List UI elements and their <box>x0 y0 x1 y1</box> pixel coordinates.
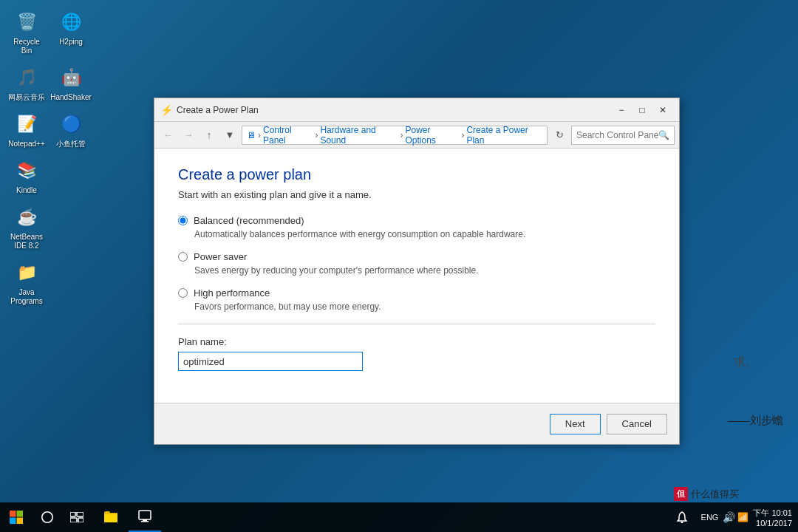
page-subtitle: Start with an existing plan and give it … <box>178 189 655 200</box>
window-content: Create a power plan Start with an existi… <box>154 149 679 403</box>
svg-rect-0 <box>10 511 16 517</box>
svg-rect-3 <box>17 518 24 525</box>
window-titlebar: ⚡ Create a Power Plan − □ ✕ <box>154 98 679 122</box>
search-taskbar-button[interactable] <box>33 502 62 532</box>
window-controls: − □ ✕ <box>611 100 673 120</box>
svg-rect-5 <box>70 512 75 516</box>
taskbar-clock[interactable]: 下午 10:01 10/1/2017 <box>753 508 792 528</box>
svg-rect-10 <box>139 511 151 519</box>
watermark: 但 什么值得买 <box>674 487 739 501</box>
breadcrumb[interactable]: 🖥 › Control Panel › Hardware and Sound ›… <box>242 126 548 145</box>
svg-rect-6 <box>77 512 83 516</box>
next-button[interactable]: Next <box>550 414 601 434</box>
desktop-icon-netbeans[interactable]: ☕ NetBeans IDE 8.2 <box>6 201 47 253</box>
volume-icon[interactable]: 🔊 <box>723 511 735 523</box>
monitor-icon <box>137 509 152 524</box>
plan-option-highperf-desc: Favors performance, but may use more ene… <box>194 301 655 312</box>
breadcrumb-control-panel[interactable]: Control Panel <box>263 125 313 146</box>
breadcrumb-power-options[interactable]: Power Options <box>405 125 459 146</box>
plan-name-section: Plan name: <box>178 336 655 371</box>
task-view-button[interactable] <box>62 502 92 532</box>
annotation-text2: ——刘步蟾 <box>728 414 783 428</box>
watermark-site: 什么值得买 <box>691 488 739 501</box>
taskbar-control-panel[interactable] <box>129 502 161 532</box>
window-icon: ⚡ <box>160 104 172 116</box>
plan-option-powersaver-label[interactable]: Power saver <box>178 251 655 262</box>
task-view-icon <box>70 512 83 522</box>
svg-rect-11 <box>143 519 147 521</box>
plan-name-input[interactable] <box>178 352 363 371</box>
search-box[interactable]: 🔍 <box>571 126 675 145</box>
taskbar: ENG 🔊 📶 下午 10:01 10/1/2017 <box>0 502 798 532</box>
maximize-button[interactable]: □ <box>632 100 652 120</box>
up-button[interactable]: ↑ <box>200 126 218 144</box>
desktop-icon-h2ping[interactable]: 🌐 H2ping <box>50 6 92 58</box>
cancel-button[interactable]: Cancel <box>607 414 667 434</box>
desktop: 🗑️ Recycle Bin 🌐 H2ping 🎵 网易云音乐 🤖 HandSh… <box>0 0 798 532</box>
refresh-button[interactable]: ↻ <box>550 126 568 144</box>
back-button[interactable]: ← <box>159 126 177 144</box>
plan-name-label: Plan name: <box>178 336 655 347</box>
svg-rect-9 <box>104 514 117 522</box>
radio-powersaver[interactable] <box>178 252 188 262</box>
address-bar: ← → ↑ ▼ 🖥 › Control Panel › Hardware and… <box>154 122 679 149</box>
network-icon[interactable]: 📶 <box>737 512 748 522</box>
window-title: Create a Power Plan <box>177 105 611 115</box>
desktop-icon-xiaoyutuo[interactable]: 🔵 小鱼托管 <box>50 108 92 151</box>
svg-rect-7 <box>70 518 77 522</box>
forward-button[interactable]: → <box>180 126 197 144</box>
radio-highperf[interactable] <box>178 288 188 298</box>
folder-icon <box>103 510 118 523</box>
plan-option-powersaver: Power saver Saves energy by reducing you… <box>178 251 655 276</box>
notification-icon <box>677 511 687 523</box>
desktop-icon-kindle[interactable]: 📚 Kindle <box>6 154 47 198</box>
breadcrumb-create-power-plan[interactable]: Create a Power Plan <box>466 125 542 146</box>
clock-time: 下午 10:01 <box>753 508 792 519</box>
taskbar-apps <box>92 502 667 532</box>
annotation-text1: 求。 <box>734 355 757 370</box>
plan-option-balanced-label[interactable]: Balanced (recommended) <box>178 215 655 226</box>
desktop-icon-music[interactable]: 🎵 网易云音乐 <box>6 61 47 105</box>
svg-rect-8 <box>78 518 83 522</box>
plan-option-highperf-label[interactable]: High performance <box>178 287 655 299</box>
desktop-icons: 🗑️ Recycle Bin 🌐 H2ping 🎵 网易云音乐 🤖 HandSh… <box>6 6 92 312</box>
svg-point-13 <box>681 522 683 524</box>
svg-point-4 <box>42 512 52 522</box>
language-indicator[interactable]: ENG <box>701 513 719 522</box>
window-footer: Next Cancel <box>154 403 679 444</box>
windows-logo-icon <box>9 510 24 525</box>
close-button[interactable]: ✕ <box>652 100 673 120</box>
notifications-button[interactable] <box>667 502 697 532</box>
desktop-icon-java[interactable]: 📁 Java Programs <box>6 256 47 309</box>
taskbar-right: ENG 🔊 📶 下午 10:01 10/1/2017 <box>667 502 798 532</box>
clock-date: 10/1/2017 <box>756 519 792 528</box>
plan-option-powersaver-desc: Saves energy by reducing your computer's… <box>194 265 655 276</box>
search-circle-icon <box>41 511 53 523</box>
search-input[interactable] <box>576 130 658 140</box>
recent-button[interactable]: ▼ <box>221 126 239 144</box>
radio-balanced[interactable] <box>178 216 188 225</box>
taskbar-explorer[interactable] <box>95 502 127 532</box>
watermark-char: 但 <box>674 487 688 501</box>
svg-rect-2 <box>10 518 16 525</box>
minimize-button[interactable]: − <box>611 100 632 120</box>
desktop-icon-notepad[interactable]: 📝 Notepad++ <box>6 108 47 151</box>
create-power-plan-window: ⚡ Create a Power Plan − □ ✕ ← → ↑ ▼ 🖥 › … <box>154 98 680 445</box>
search-icon: 🔍 <box>658 130 669 140</box>
desktop-icon-handshaker[interactable]: 🤖 HandShaker <box>50 61 92 105</box>
plan-option-highperf: High performance Favors performance, but… <box>178 287 655 312</box>
breadcrumb-icon: 🖥 <box>247 130 256 140</box>
start-button[interactable] <box>0 502 33 532</box>
svg-rect-12 <box>141 521 149 522</box>
page-title: Create a power plan <box>178 166 655 183</box>
breadcrumb-hardware-sound[interactable]: Hardware and Sound <box>320 125 398 146</box>
divider <box>178 324 655 324</box>
plan-option-balanced-desc: Automatically balances performance with … <box>194 229 655 239</box>
desktop-icon-recyclebin[interactable]: 🗑️ Recycle Bin <box>6 6 47 58</box>
svg-rect-1 <box>17 511 24 517</box>
plan-option-balanced: Balanced (recommended) Automatically bal… <box>178 215 655 239</box>
